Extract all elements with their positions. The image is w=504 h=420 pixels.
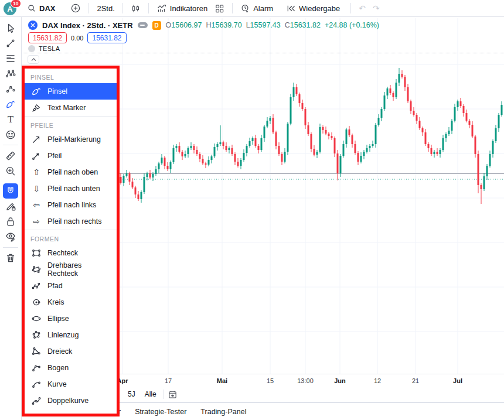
candle-body bbox=[372, 144, 374, 146]
candle-body bbox=[135, 187, 137, 194]
sidebar-tool-brush[interactable] bbox=[3, 97, 18, 112]
sidebar-tool-text[interactable]: T bbox=[3, 112, 18, 127]
layout-grid-button[interactable] bbox=[211, 0, 228, 16]
buy-button[interactable]: 15631.82 bbox=[87, 32, 126, 43]
indicators-button[interactable]: Indikatoren bbox=[153, 0, 211, 16]
sidebar-tool-remove-drawings[interactable] bbox=[3, 250, 18, 265]
candle-body bbox=[226, 146, 227, 150]
double-curve-icon bbox=[30, 395, 42, 407]
candle-body bbox=[472, 125, 474, 136]
menu-item-arrow-up[interactable]: ⇧Pfeil nach oben bbox=[25, 164, 117, 180]
candle-body bbox=[325, 130, 327, 134]
menu-item-arc[interactable]: Bogen bbox=[25, 360, 117, 376]
candle-body bbox=[442, 138, 444, 150]
menu-item-ellipse[interactable]: Ellipse bbox=[25, 310, 117, 327]
time-axis-label: Jul bbox=[453, 377, 462, 384]
menu-item-polyline[interactable]: Linienzug bbox=[25, 327, 117, 343]
replay-icon bbox=[286, 4, 296, 13]
toolbar-separator bbox=[88, 3, 89, 13]
compare-add-button[interactable] bbox=[67, 0, 84, 16]
candle-body bbox=[155, 169, 157, 174]
circle-icon bbox=[30, 296, 42, 308]
candle-body bbox=[164, 158, 166, 166]
menu-item-rectangle[interactable]: Rechteck bbox=[25, 245, 117, 261]
sidebar-tool-zoom-in[interactable] bbox=[3, 163, 18, 179]
menu-item-arrow-marker[interactable]: Pfeil-Markierung bbox=[25, 131, 117, 148]
collapse-legend-button[interactable] bbox=[28, 55, 39, 64]
trend-line-icon bbox=[5, 37, 16, 49]
redo-button[interactable]: ↷ bbox=[369, 0, 383, 16]
candle-body bbox=[120, 177, 122, 183]
bottom-tab-strategie-tester[interactable]: Strategie-Tester bbox=[135, 408, 186, 416]
menu-item-path[interactable]: Pfad bbox=[25, 278, 117, 294]
sidebar-tool-forecast[interactable] bbox=[3, 81, 18, 97]
candle-body bbox=[258, 146, 260, 150]
replay-button[interactable]: Wiedergabe bbox=[282, 0, 343, 16]
sidebar-tool-hide-drawings[interactable] bbox=[3, 229, 18, 244]
sidebar-tool-cursor[interactable] bbox=[3, 21, 18, 36]
candle-body bbox=[281, 154, 283, 162]
menu-item-arrow-right[interactable]: ⇨Pfeil nach rechts bbox=[25, 213, 117, 230]
range-button-5j[interactable]: 5J bbox=[124, 389, 139, 399]
sidebar-tool-ruler[interactable] bbox=[3, 148, 18, 163]
hide-symbol-pill[interactable] bbox=[138, 22, 148, 28]
plus-circle-icon bbox=[70, 3, 81, 13]
layout-grid-icon bbox=[214, 4, 224, 13]
range-button-alle[interactable]: Alle bbox=[141, 389, 160, 399]
magnet-icon bbox=[5, 186, 16, 196]
candle-body bbox=[246, 146, 248, 153]
menu-item-arrow-left[interactable]: ⇦Pfeil nach links bbox=[25, 197, 117, 213]
chart-style-button[interactable] bbox=[127, 0, 144, 16]
undo-icon: ↶ bbox=[359, 4, 366, 13]
sidebar-tool-trend-line[interactable] bbox=[3, 36, 18, 51]
bottom-tab-trading-panel[interactable]: Trading-Panel bbox=[200, 408, 246, 416]
menu-item-circle[interactable]: Kreis bbox=[25, 294, 117, 310]
user-avatar[interactable]: A 10 bbox=[4, 1, 19, 16]
menu-item-double-curve[interactable]: Doppelkurve bbox=[25, 392, 117, 409]
daily-badge[interactable]: D bbox=[152, 21, 161, 30]
time-axis-label: Apr bbox=[117, 377, 128, 384]
drawing-tools-menu: PINSELPinselText MarkerPFEILEPfeil-Marki… bbox=[25, 69, 117, 414]
candle-body bbox=[390, 88, 391, 93]
menu-item-brush[interactable]: Pinsel bbox=[25, 83, 117, 100]
symbol-search-button[interactable]: DAX bbox=[23, 0, 59, 16]
candle-body bbox=[416, 115, 418, 121]
candle-body bbox=[132, 182, 134, 187]
sidebar-tool-xabcd-pattern[interactable] bbox=[3, 66, 18, 81]
candle-body bbox=[463, 106, 465, 113]
menu-item-highlighter[interactable]: Text Marker bbox=[25, 100, 117, 116]
sell-button[interactable]: 15631.82 bbox=[28, 32, 67, 43]
menu-item-label: Kreis bbox=[47, 298, 64, 306]
interval-button[interactable]: 2Std. bbox=[93, 0, 118, 16]
menu-item-label: Text Marker bbox=[47, 104, 86, 112]
menu-item-label: Doppelkurve bbox=[47, 397, 88, 405]
menu-item-label: Drehbares Rechteck bbox=[47, 261, 111, 278]
close-icon[interactable] bbox=[28, 21, 38, 30]
candle-body bbox=[404, 77, 406, 87]
indicator-row[interactable]: TESLA bbox=[28, 45, 60, 52]
menu-item-arrow-down[interactable]: ⇩Pfeil nach unten bbox=[25, 180, 117, 197]
menu-item-curve[interactable]: Kurve bbox=[25, 376, 117, 392]
candle-body bbox=[167, 166, 169, 169]
candle-body bbox=[161, 158, 163, 163]
time-axis-label: Mai bbox=[217, 377, 227, 384]
menu-item-triangle[interactable]: Dreieck bbox=[25, 343, 117, 360]
symbol-title[interactable]: DAX Index · 2Std. · XETR bbox=[42, 21, 133, 30]
sidebar-tool-emoji[interactable] bbox=[3, 127, 18, 142]
candle-body bbox=[123, 176, 125, 183]
menu-item-arrow[interactable]: Pfeil bbox=[25, 148, 117, 164]
candle-body bbox=[237, 162, 239, 166]
sidebar-tool-magnet[interactable] bbox=[3, 183, 18, 199]
goto-date-button[interactable] bbox=[168, 390, 178, 399]
indicators-label: Indikatoren bbox=[170, 4, 207, 13]
undo-button[interactable]: ↶ bbox=[355, 0, 369, 16]
alarm-button[interactable]: Alarm bbox=[237, 0, 277, 16]
sidebar-tool-fib-retracement[interactable] bbox=[3, 51, 18, 66]
sidebar-tool-draw-lock[interactable] bbox=[3, 199, 18, 214]
menu-item-rotated-rectangle[interactable]: Drehbares Rechteck bbox=[25, 261, 117, 278]
lock-all-icon bbox=[5, 216, 16, 227]
sidebar-tool-lock-all[interactable] bbox=[3, 214, 18, 229]
pane-separator bbox=[22, 53, 504, 53]
hide-drawings-icon bbox=[5, 231, 16, 243]
arrow-right-icon: ⇨ bbox=[30, 216, 42, 227]
